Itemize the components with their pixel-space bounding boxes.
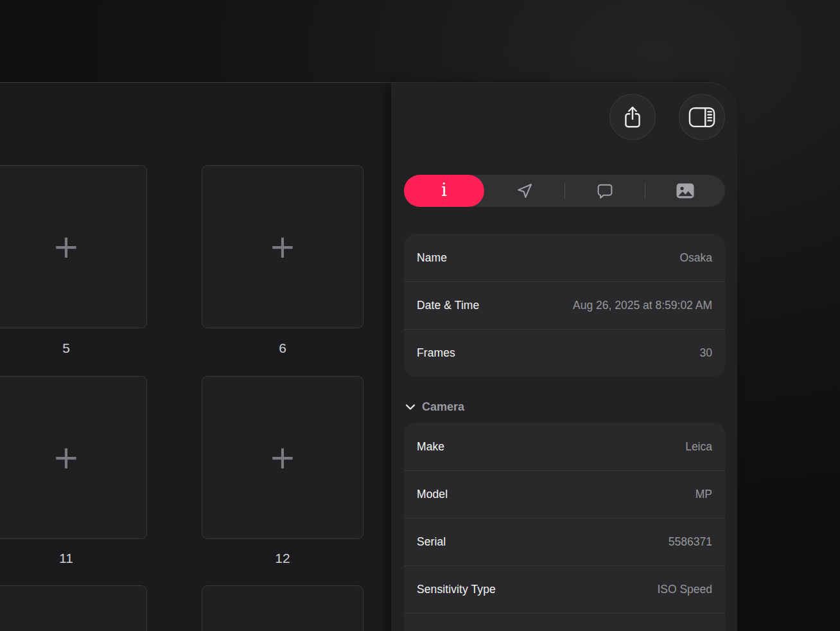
row-value: 5586371	[669, 535, 712, 549]
segment-divider	[564, 182, 565, 199]
info-row-name[interactable]: Name Osaka	[404, 234, 725, 281]
frame-number: 12	[202, 549, 363, 567]
info-row-date-time[interactable]: Date & Time Aug 26, 2025 at 8:59:02 AM	[404, 281, 725, 329]
row-value: Aug 26, 2025 at 8:59:02 AM	[573, 299, 712, 312]
add-frame-tile-5[interactable]: +	[0, 165, 147, 328]
info-card: Name Osaka Date & Time Aug 26, 2025 at 8…	[404, 234, 725, 377]
share-button[interactable]	[609, 94, 656, 140]
plus-icon: +	[269, 441, 296, 474]
tab-info[interactable]: i	[404, 175, 484, 207]
frame-number: 5	[0, 339, 147, 357]
add-frame-tile-6[interactable]: +	[202, 165, 363, 328]
tab-photos[interactable]	[645, 175, 725, 207]
add-frame-tile-12[interactable]: +	[202, 376, 363, 539]
app-window: + + 5 6 + + 11 12	[0, 82, 737, 631]
camera-row-iso-speed[interactable]: ISO Speed 400	[404, 613, 725, 631]
row-label: Sensitivity Type	[417, 583, 496, 596]
toggle-inspector-button[interactable]	[679, 94, 725, 140]
camera-row-sensitivity-type[interactable]: Sensitivity Type ISO Speed	[404, 565, 725, 613]
row-value: Osaka	[679, 251, 712, 265]
inspector-panel: i	[391, 83, 737, 631]
frame-number: 11	[0, 549, 147, 567]
row-value: ISO Speed	[657, 583, 712, 596]
plus-icon: +	[53, 231, 80, 263]
add-frame-tile[interactable]	[202, 585, 363, 631]
row-value: 30	[700, 346, 712, 360]
frame-number: 6	[202, 339, 363, 357]
chevron-down-icon	[405, 404, 416, 411]
segment-divider	[645, 182, 645, 199]
camera-row-make[interactable]: Make Leica	[404, 423, 725, 470]
row-label: Date & Time	[417, 299, 479, 312]
add-frame-tile[interactable]	[0, 585, 147, 631]
image-icon	[676, 183, 694, 199]
sidebar-toggle-icon	[688, 107, 715, 128]
camera-card: Make Leica Model MP Serial 5586371 Sensi…	[404, 423, 725, 631]
camera-section-title: Camera	[422, 400, 464, 414]
inspector-tabs: i	[404, 175, 725, 207]
tab-notes[interactable]	[564, 175, 645, 207]
row-label: Frames	[417, 346, 455, 360]
camera-row-model[interactable]: Model MP	[404, 470, 725, 518]
location-icon	[516, 182, 534, 200]
row-label: Model	[417, 488, 448, 501]
row-label: Make	[417, 440, 444, 454]
share-icon	[623, 105, 642, 129]
film-frame-grid: + + 5 6 + + 11 12	[0, 83, 391, 631]
row-value: MP	[696, 488, 712, 501]
info-row-frames[interactable]: Frames 30	[404, 329, 725, 377]
camera-row-serial[interactable]: Serial 5586371	[404, 518, 725, 565]
comment-icon	[596, 182, 614, 199]
row-label: Serial	[417, 535, 446, 549]
add-frame-tile-11[interactable]: +	[0, 376, 147, 539]
tab-location[interactable]	[484, 175, 564, 207]
row-value: Leica	[685, 440, 712, 454]
row-label: Name	[417, 251, 447, 265]
plus-icon: +	[269, 231, 296, 263]
camera-section-toggle[interactable]: Camera	[405, 397, 464, 416]
plus-icon: +	[53, 441, 80, 474]
info-icon: i	[441, 181, 447, 199]
